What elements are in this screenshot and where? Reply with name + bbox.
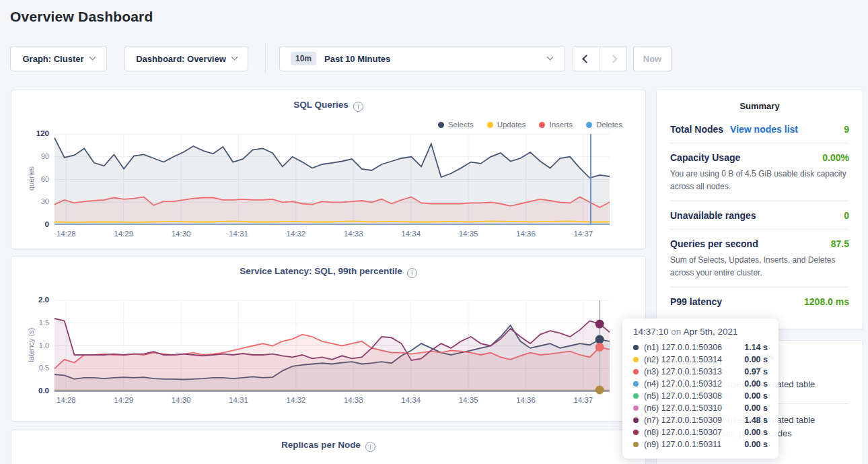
node-color-dot: [633, 381, 639, 387]
sql-queries-plot[interactable]: 0306090120queries14:2814:2914:3014:3114:…: [11, 90, 645, 248]
x-axis-tick-label: 14:32: [279, 396, 314, 404]
node-color-dot: [633, 345, 639, 350]
summary-row-value: 87.5: [831, 238, 849, 249]
summary-panel: Summary Total NodesView nodes list9Capac…: [656, 90, 863, 329]
x-axis-tick-label: 14:31: [221, 396, 256, 404]
time-step-back-button[interactable]: [573, 46, 600, 71]
chevron-down-icon: [547, 54, 554, 61]
dashboard-dropdown[interactable]: Dashboard: Overview: [124, 46, 248, 71]
x-axis-tick-label: 14:36: [508, 230, 543, 238]
tooltip-node-row: (n4) 127.0.0.1:503120.00 s: [633, 378, 768, 390]
info-icon[interactable]: i: [365, 442, 375, 452]
time-step-group: [573, 46, 627, 71]
tooltip-node-row: (n8) 127.0.0.1:503070.00 s: [633, 426, 768, 438]
summary-row-label: Unavailable ranges: [670, 210, 756, 221]
chevron-right-icon: [609, 55, 618, 63]
y-axis-title: latency (s): [27, 308, 35, 382]
replicas-per-node-chart-card: Replicas per Nodei: [11, 430, 646, 464]
tooltip-node-value: 0.00 s: [744, 428, 768, 437]
tooltip-on-text: on: [671, 327, 681, 337]
graph-dropdown-label: Graph: Cluster: [22, 54, 83, 64]
tooltip-node-row: (n9) 127.0.0.1:503110.00 s: [633, 438, 768, 451]
graph-dropdown[interactable]: Graph: Cluster: [10, 46, 107, 71]
tooltip-node-label: (n3) 127.0.0.1:50313: [644, 367, 722, 376]
tooltip-node-label: (n2) 127.0.0.1:50314: [644, 355, 722, 364]
overview-dashboard-page: Overview Dashboard Graph: Cluster Dashbo…: [0, 0, 868, 464]
x-axis-tick-label: 14:36: [508, 396, 543, 404]
now-button-label: Now: [643, 54, 661, 64]
summary-row-value: 0.00%: [822, 152, 849, 163]
chevron-down-icon: [89, 53, 96, 60]
chart-title-text: Replicas per Node: [281, 440, 361, 450]
x-axis-tick-label: 14:31: [221, 230, 256, 238]
x-axis-tick-label: 14:33: [336, 396, 371, 404]
tooltip-node-row: (n5) 127.0.0.1:503080.00 s: [633, 390, 768, 402]
view-nodes-list-link[interactable]: View nodes list: [730, 124, 798, 135]
summary-row: P99 latency1208.0 ms: [670, 287, 849, 315]
x-axis-tick-label: 14:30: [164, 230, 198, 238]
tooltip-node-label: (n4) 127.0.0.1:50312: [644, 379, 722, 389]
summary-row-label: Total Nodes: [670, 124, 723, 135]
tooltip-node-value: 0.00 s: [744, 355, 768, 364]
tooltip-node-value: 0.00 s: [744, 379, 768, 389]
x-axis-tick-label: 14:28: [48, 230, 83, 238]
time-range-label: Past 10 Minutes: [324, 54, 390, 64]
y-axis-tick-label: 0: [17, 220, 49, 228]
x-axis-tick-label: 14:28: [48, 396, 83, 404]
tooltip-node-label: (n7) 127.0.0.1:50309: [644, 416, 722, 425]
tooltip-node-row: (n2) 127.0.0.1:503140.00 s: [633, 354, 768, 366]
summary-row-label: P99 latency: [670, 296, 722, 307]
node-color-dot: [633, 430, 639, 435]
tooltip-node-value: 0.00 s: [744, 440, 768, 449]
toolbar-divider: [265, 44, 266, 73]
summary-rows: Total NodesView nodes list9Capacity Usag…: [657, 111, 863, 315]
dashboard-dropdown-label: Dashboard: Overview: [136, 54, 226, 64]
tooltip-node-label: (n5) 127.0.0.1:50308: [644, 391, 722, 401]
summary-row: Total NodesView nodes list9: [670, 115, 849, 143]
tooltip-node-label: (n6) 127.0.0.1:50310: [644, 403, 722, 413]
replicas-per-node-chart-title: Replicas per Nodei: [11, 440, 645, 452]
node-color-dot: [633, 369, 639, 374]
tooltip-node-label: (n8) 127.0.0.1:50307: [644, 428, 722, 437]
chart-hover-tooltip: 14:37:10 on Apr 5th, 2021 (n1) 127.0.0.1…: [622, 319, 779, 459]
chart-plot-area[interactable]: [55, 134, 610, 225]
x-axis-tick-label: 14:37: [566, 396, 601, 404]
summary-row-label: Capacity Usage: [670, 152, 740, 163]
time-step-forward-button[interactable]: [600, 46, 626, 71]
tooltip-node-label: (n1) 127.0.0.1:50306: [644, 343, 722, 352]
summary-panel-title: Summary: [657, 90, 863, 111]
service-latency-chart-card: Service Latency: SQL, 99th percentilei 0…: [11, 256, 646, 422]
summary-row-description: You are using 0 B of 4.5 GiB usable disk…: [670, 168, 849, 193]
node-color-dot: [633, 442, 639, 447]
time-range-dropdown[interactable]: 10m Past 10 Minutes: [279, 46, 565, 71]
summary-row-value: 1208.0 ms: [804, 296, 849, 307]
tooltip-node-row: (n1) 127.0.0.1:503061.14 s: [633, 341, 768, 354]
x-axis-tick-label: 14:37: [566, 230, 601, 238]
x-axis-tick-label: 14:32: [279, 230, 314, 238]
summary-row-value: 0: [844, 210, 849, 221]
tooltip-timestamp: 14:37:10 on Apr 5th, 2021: [633, 327, 768, 337]
summary-row: Unavailable ranges0: [670, 201, 849, 229]
chart-plot-area[interactable]: [55, 300, 610, 391]
x-axis-tick-label: 14:29: [106, 230, 141, 238]
x-axis-tick-label: 14:30: [164, 396, 198, 404]
x-axis-tick-label: 14:34: [394, 230, 429, 238]
node-color-dot: [633, 405, 639, 411]
x-axis-tick-label: 14:35: [451, 396, 486, 404]
summary-row-label: Queries per second: [670, 238, 758, 249]
x-axis-tick-label: 14:29: [106, 396, 141, 404]
chevron-left-icon: [582, 55, 591, 63]
y-axis-tick-label: 0.0: [17, 387, 49, 395]
summary-row-value: 9: [844, 124, 849, 135]
tooltip-node-row: (n7) 127.0.0.1:503091.48 s: [633, 414, 768, 426]
now-button[interactable]: Now: [633, 46, 672, 71]
tooltip-node-row: (n6) 127.0.0.1:503100.00 s: [633, 402, 768, 414]
summary-row-description: Sum of Selects, Updates, Inserts, and De…: [670, 254, 849, 279]
y-axis-tick-label: 120: [17, 129, 49, 137]
x-axis-tick-label: 14:34: [394, 396, 429, 404]
tooltip-node-value: 1.14 s: [744, 343, 768, 352]
tooltip-node-value: 1.48 s: [744, 416, 768, 425]
service-latency-plot[interactable]: 0.00.51.01.52.0latency (s)14:2814:2914:3…: [11, 257, 645, 421]
y-axis-title: queries: [27, 141, 35, 216]
tooltip-node-value: 0.97 s: [744, 367, 768, 376]
